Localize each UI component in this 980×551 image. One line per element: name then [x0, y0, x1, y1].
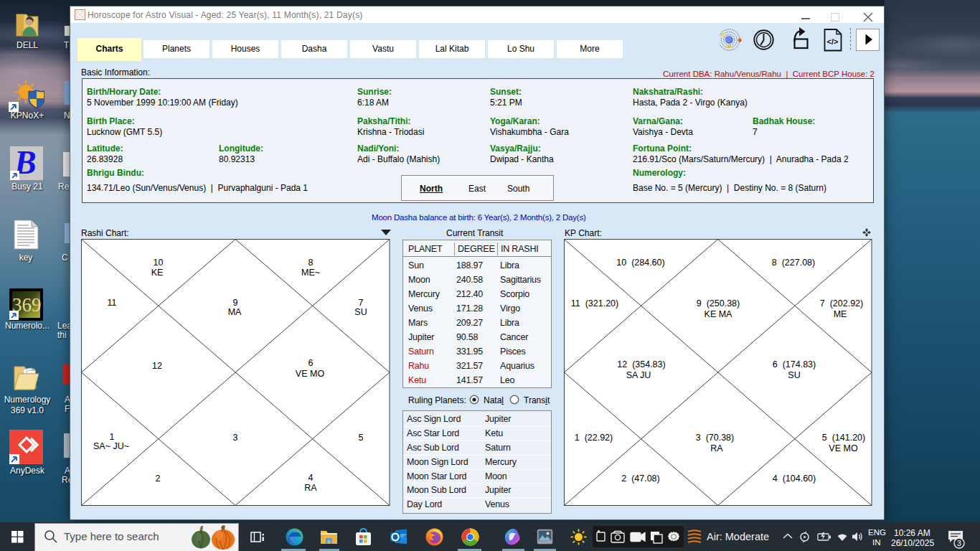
svg-text:11: 11: [108, 298, 117, 308]
svg-text:RA: RA: [304, 483, 317, 493]
svg-text:4: 4: [308, 473, 314, 483]
svg-text:ME~: ME~: [301, 268, 320, 278]
svg-text:RA: RA: [710, 443, 723, 453]
svg-text:5: 5: [359, 433, 364, 443]
svg-text:6: 6: [308, 358, 314, 368]
svg-text:ME: ME: [834, 309, 847, 319]
svg-text:3 (70.38): 3 (70.38): [696, 433, 735, 443]
svg-text:KE: KE: [151, 268, 164, 278]
svg-text:10: 10: [154, 258, 164, 268]
svg-text:8 (227.08): 8 (227.08): [772, 258, 815, 268]
svg-text:11 (321.20): 11 (321.20): [571, 298, 618, 309]
svg-text:12: 12: [152, 361, 162, 371]
svg-text:SU: SU: [354, 307, 367, 317]
svg-text:3: 3: [957, 539, 961, 547]
svg-text:6 (174.83): 6 (174.83): [773, 359, 816, 369]
svg-text:9: 9: [233, 298, 238, 308]
svg-text:</>: </>: [827, 37, 839, 46]
svg-text:2 (47.08): 2 (47.08): [621, 474, 660, 484]
svg-text:1 (22.92): 1 (22.92): [575, 433, 613, 443]
svg-text:SA~ JU~: SA~ JU~: [93, 441, 129, 451]
svg-text:MA: MA: [228, 307, 242, 317]
svg-text:12 (354.83): 12 (354.83): [617, 359, 665, 369]
svg-text:VE MO: VE MO: [829, 443, 858, 453]
svg-text:SA JU: SA JU: [626, 370, 651, 380]
svg-text:KE MA: KE MA: [705, 309, 733, 319]
svg-text:VE MO: VE MO: [296, 369, 325, 379]
svg-text:8: 8: [308, 258, 314, 268]
svg-text:7 (202.92): 7 (202.92): [820, 298, 863, 309]
svg-text:9 (250.38): 9 (250.38): [697, 298, 740, 309]
svg-text:1: 1: [110, 432, 115, 442]
svg-text:SU: SU: [788, 370, 800, 380]
svg-text:5 (141.20): 5 (141.20): [822, 433, 865, 443]
svg-text:10 (284.60): 10 (284.60): [616, 258, 664, 268]
svg-text:4 (104.60): 4 (104.60): [773, 474, 816, 484]
svg-text:2: 2: [156, 474, 161, 484]
svg-text:3: 3: [233, 433, 238, 443]
svg-text:7: 7: [359, 298, 364, 308]
